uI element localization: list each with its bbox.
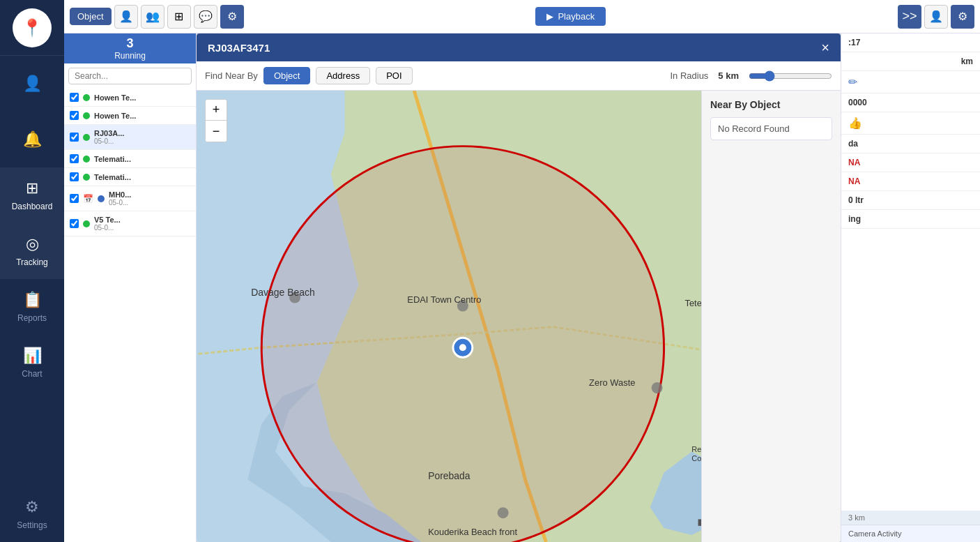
left-vehicle-panel: 3 Running Howen Te... Howen: [64, 33, 197, 542]
camera-bar: Camera Activity: [841, 525, 980, 542]
sidebar-item-tracking[interactable]: ◎ Tracking: [0, 223, 64, 279]
time-value: :17: [848, 38, 860, 47]
terrain-map: Davage Beach EDAI Town Centro Porebada Z…: [197, 91, 701, 542]
bell-icon: 🔔: [23, 130, 42, 149]
sidebar-item-dashboard[interactable]: ⊞ Dashboard: [0, 167, 64, 223]
vehicle-name-6: MH0...: [109, 190, 190, 199]
svg-text:Red Sea Hous: Red Sea Hous: [691, 445, 701, 453]
vehicle-name-3: RJ03A...: [94, 129, 190, 137]
list-item[interactable]: RJ03A... 05-0...: [64, 125, 196, 150]
modal-close-button[interactable]: ×: [821, 40, 829, 54]
vehicle-time-6: 05-0...: [109, 199, 190, 206]
vehicle-checkbox-2[interactable]: [70, 111, 79, 120]
ing-value: ing: [848, 214, 861, 224]
user-icon: 👤: [23, 75, 42, 93]
grid-icon-btn[interactable]: ⊞: [167, 5, 191, 29]
play-icon: ▶: [546, 11, 553, 22]
sidebar-reports-label: Reports: [17, 313, 47, 323]
list-item[interactable]: 📅 MH0... 05-0...: [64, 186, 196, 211]
list-item[interactable]: V5 Te... 05-0...: [64, 211, 196, 236]
right-row-thumb: 👍: [841, 112, 980, 135]
tab-address[interactable]: Address: [316, 67, 370, 84]
fuel-value: 0000: [848, 98, 867, 107]
map-inner: Davage Beach EDAI Town Centro Porebada Z…: [197, 91, 701, 542]
status-dot-2: [83, 112, 90, 119]
forward-button[interactable]: >>: [898, 5, 921, 29]
gear-button-right[interactable]: ⚙: [951, 5, 974, 29]
running-badge: 3 Running: [64, 33, 196, 63]
svg-text:EDAI Town Centro: EDAI Town Centro: [407, 294, 481, 305]
logo-icon: 📍: [13, 8, 52, 47]
vehicle-list: Howen Te... Howen Te... RJ03A... 05-0...: [64, 89, 196, 542]
tab-object[interactable]: Object: [263, 67, 311, 84]
status-dot-3: [83, 134, 90, 141]
radius-slider[interactable]: [749, 70, 832, 82]
person-single-icon-btn[interactable]: 👤: [114, 5, 138, 29]
right-row-na1: NA: [841, 153, 980, 172]
zoom-in-button[interactable]: +: [206, 100, 227, 121]
vehicle-name-1: Howen Te...: [94, 93, 190, 102]
status-dot-5: [83, 174, 90, 181]
sidebar-item-reports[interactable]: 📋 Reports: [0, 279, 64, 335]
list-item[interactable]: Telemati...: [64, 150, 196, 168]
list-item[interactable]: Howen Te...: [64, 89, 196, 107]
running-label: Running: [67, 51, 193, 61]
search-box: [64, 63, 196, 89]
sidebar-chart-label: Chart: [22, 369, 42, 379]
svg-text:Kouderika Beach front: Kouderika Beach front: [428, 527, 517, 537]
chart-icon: 📊: [23, 347, 42, 365]
tracking-icon: ◎: [26, 235, 39, 253]
sidebar-item-user[interactable]: 👤: [0, 56, 64, 112]
sidebar-item-chart[interactable]: 📊 Chart: [0, 335, 64, 391]
tab-poi[interactable]: POI: [376, 67, 412, 84]
like-button[interactable]: 👍: [848, 116, 862, 130]
modal-title: RJ03AF3471: [208, 42, 270, 54]
radius-label: In Radius: [670, 70, 708, 81]
vehicle-time-7: 05-0...: [94, 224, 190, 232]
object-button[interactable]: Object: [70, 8, 112, 25]
vehicle-checkbox-5[interactable]: [70, 172, 79, 181]
svg-text:1 km: 1 km: [700, 525, 701, 532]
vehicle-checkbox-1[interactable]: [70, 93, 79, 102]
settings-icon: ⚙: [25, 498, 39, 516]
nearby-result: No Record Found: [710, 117, 832, 140]
search-input[interactable]: [68, 68, 192, 84]
toolbar-gear-button[interactable]: ⚙: [220, 5, 244, 29]
vehicle-checkbox-4[interactable]: [70, 154, 79, 163]
sidebar-logo: 📍: [0, 0, 64, 56]
ltr-value: 0 ltr: [848, 195, 864, 205]
playback-label: Playback: [558, 11, 595, 22]
nearby-title: Near By Object: [710, 99, 832, 110]
vehicle-name-5: Telemati...: [94, 173, 190, 181]
map-zoom-controls: + −: [205, 99, 227, 142]
vehicle-checkbox-7[interactable]: [70, 219, 79, 228]
person-group-icon-btn[interactable]: 👥: [141, 5, 164, 29]
right-row-ltr: 0 ltr: [841, 191, 980, 210]
svg-text:Porebada: Porebada: [428, 470, 470, 481]
sidebar-item-bell[interactable]: 🔔: [0, 112, 64, 167]
list-item[interactable]: Telemati...: [64, 168, 196, 186]
svg-point-7: [652, 382, 663, 393]
content-area: 3 Running Howen Te... Howen: [64, 33, 980, 542]
right-row-da: da: [841, 135, 980, 153]
playback-button[interactable]: ▶ Playback: [535, 7, 606, 26]
list-item[interactable]: Howen Te...: [64, 107, 196, 125]
sidebar: 📍 👤 🔔 ⊞ Dashboard ◎ Tracking 📋 Reports 📊…: [0, 0, 64, 542]
toolbar: Object 👤 👥 ⊞ 💬 ⚙ ▶ Playback >> 👤 ⚙: [64, 0, 980, 33]
status-dot-1: [83, 94, 90, 101]
svg-text:Tete: Tete: [684, 298, 701, 308]
vehicle-checkbox-6[interactable]: [70, 194, 79, 203]
vehicle-name-7: V5 Te...: [94, 216, 190, 224]
camera-label: Camera Activity: [848, 529, 901, 538]
zoom-out-button[interactable]: −: [206, 121, 227, 142]
modal-overlay: RJ03AF3471 × Find Near By Object Address…: [197, 33, 841, 542]
edit-button[interactable]: ✏: [848, 75, 857, 89]
chat-icon-btn[interactable]: 💬: [194, 5, 217, 29]
radius-value: 5 km: [718, 70, 739, 81]
person-button[interactable]: 👤: [924, 5, 948, 29]
vehicle-checkbox-3[interactable]: [70, 133, 79, 142]
status-dot-4: [83, 156, 90, 163]
status-dot-6: [98, 195, 105, 202]
sidebar-item-settings[interactable]: ⚙ Settings: [0, 486, 64, 542]
svg-text:Davage Beach: Davage Beach: [251, 287, 314, 298]
